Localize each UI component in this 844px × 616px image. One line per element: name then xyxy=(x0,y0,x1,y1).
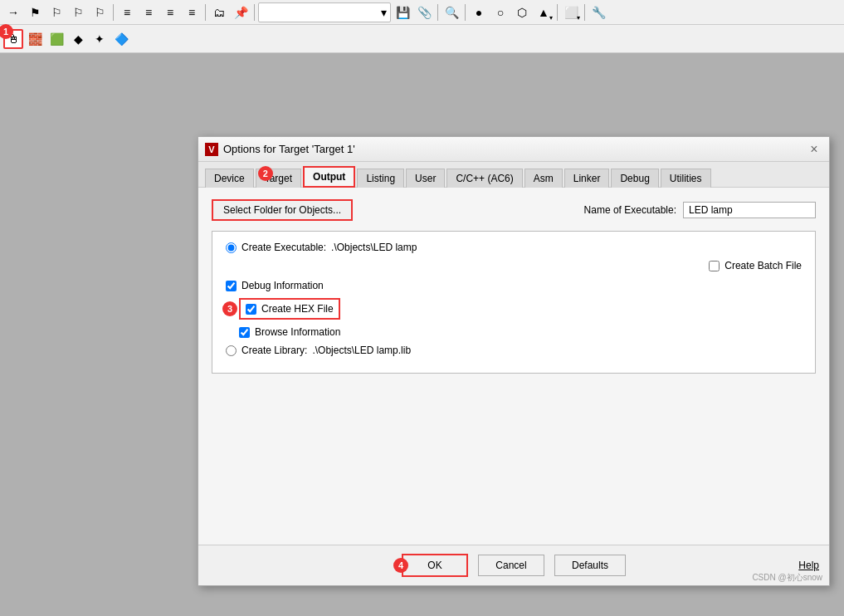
dialog-title-area: V Options for Target 'Target 1' xyxy=(205,143,355,156)
badge1-wrap: 1 🖱 xyxy=(3,29,23,49)
toolbar-hex-btn[interactable]: ⬡ xyxy=(512,2,532,22)
toolbar-save-btn[interactable]: 💾 xyxy=(393,2,412,22)
tab-target[interactable]: 2 Target xyxy=(256,169,301,188)
toolbar-circle1-btn[interactable]: ● xyxy=(469,2,489,22)
toolbar-flag3-btn[interactable]: ⚐ xyxy=(68,2,88,22)
browse-info-label: Browse Information xyxy=(255,326,340,338)
toolbar-secondary: 1 🖱 🧱 🟩 ◆ ✦ 🔷 xyxy=(0,25,844,53)
dropdown-arrow-icon: ▾ xyxy=(381,6,387,19)
create-executable-label: Create Executable: xyxy=(241,242,326,253)
hex-file-highlighted-box: Create HEX File xyxy=(239,298,340,320)
options-box: Create Executable: .\Objects\LED lamp Cr… xyxy=(212,231,816,374)
dialog: V Options for Target 'Target 1' × Device… xyxy=(198,136,830,586)
debug-info-label: Debug Information xyxy=(241,280,324,291)
dialog-title-text: Options for Target 'Target 1' xyxy=(223,143,355,155)
tab-linker[interactable]: Linker xyxy=(564,169,610,188)
toolbar-star-btn[interactable]: ✦ xyxy=(90,29,110,49)
create-library-label: Create Library: xyxy=(241,345,307,356)
tab-cpp[interactable]: C/C++ (AC6) xyxy=(446,169,522,188)
toolbar-sep7 xyxy=(584,4,585,21)
toolbar-list1-btn[interactable]: ≡ xyxy=(117,2,137,22)
dialog-close-button[interactable]: × xyxy=(806,141,822,158)
toolbar-grid-btn[interactable]: ⬜ ▾ xyxy=(561,2,581,22)
top-row: Select Folder for Objects... Name of Exe… xyxy=(212,199,816,221)
badge4-wrap: 4 OK xyxy=(402,554,468,577)
toolbar-sep2 xyxy=(205,4,206,21)
name-of-executable-input[interactable] xyxy=(683,202,816,218)
app-logo: V xyxy=(205,143,218,156)
dialog-footer: 4 OK Cancel Defaults Help xyxy=(198,545,829,585)
tabs-bar: Device 2 Target Output Listing User C/C+… xyxy=(198,162,829,188)
toolbar-triangle-btn[interactable]: ▲ ▾ xyxy=(534,2,554,22)
browse-info-checkbox[interactable] xyxy=(239,327,250,338)
tab-listing[interactable]: Listing xyxy=(357,169,404,188)
watermark: CSDN @初心snow xyxy=(752,572,822,584)
toolbar-diamond-btn[interactable]: ◆ xyxy=(68,29,88,49)
create-library-row: Create Library: .\Objects\LED lamp.lib xyxy=(226,345,802,356)
create-hex-row: 3 Create HEX File xyxy=(239,298,802,320)
create-batch-checkbox[interactable] xyxy=(709,261,720,271)
toolbar-sep6 xyxy=(557,4,558,21)
tab-user[interactable]: User xyxy=(406,169,445,188)
toolbar-flag2-btn[interactable]: ⚐ xyxy=(46,2,66,22)
toolbar-wrench-btn[interactable]: 🔧 xyxy=(588,2,608,22)
name-of-executable-label: Name of Executable: xyxy=(584,204,676,216)
create-executable-value: .\Objects\LED lamp xyxy=(331,242,417,253)
create-library-radio[interactable] xyxy=(226,345,237,356)
dialog-titlebar: V Options for Target 'Target 1' × xyxy=(198,137,829,162)
toolbar-flag4-btn[interactable]: ⚐ xyxy=(90,2,110,22)
create-hex-checkbox[interactable] xyxy=(246,304,256,315)
tab-utilities[interactable]: Utilities xyxy=(661,169,711,188)
badge-2: 2 xyxy=(258,166,273,181)
tab-asm[interactable]: Asm xyxy=(524,169,563,188)
toolbar-blue-btn[interactable]: 🔷 xyxy=(111,29,131,49)
toolbar-flag1-btn[interactable]: ⚑ xyxy=(25,2,45,22)
defaults-button[interactable]: Defaults xyxy=(554,555,626,576)
toolbar-circle2-btn[interactable]: ○ xyxy=(490,2,510,22)
create-batch-row: Create Batch File xyxy=(226,260,802,271)
debug-info-row: Debug Information xyxy=(226,280,802,291)
toolbar-top: → ⚑ ⚐ ⚐ ⚐ ≡ ≡ ≡ ≡ 🗂 📌 ▾ 💾 📎 🔍 ● ○ ⬡ ▲ ▾ … xyxy=(0,0,844,25)
toolbar-arrow-btn[interactable]: → xyxy=(3,2,23,22)
browse-info-row: Browse Information xyxy=(239,326,802,338)
toolbar-green-btn[interactable]: 🟩 xyxy=(46,29,66,49)
ok-button[interactable]: OK xyxy=(402,554,468,577)
create-executable-row: Create Executable: .\Objects\LED lamp xyxy=(226,242,802,253)
body-spacer xyxy=(212,384,816,533)
badge-3: 3 xyxy=(222,301,237,316)
badge-4: 4 xyxy=(393,558,408,573)
cancel-button[interactable]: Cancel xyxy=(478,555,544,576)
toolbar-pin-btn[interactable]: 📌 xyxy=(231,2,251,22)
toolbar-search-dropdown[interactable]: ▾ xyxy=(258,2,391,22)
help-button[interactable]: Help xyxy=(798,560,819,571)
main-area: V Options for Target 'Target 1' × Device… xyxy=(0,53,844,616)
badge2-wrap: 2 Target xyxy=(265,173,292,184)
toolbar-folder-btn[interactable]: 🗂 xyxy=(209,2,229,22)
dialog-body: Select Folder for Objects... Name of Exe… xyxy=(198,188,829,545)
select-folder-button[interactable]: Select Folder for Objects... xyxy=(212,199,353,221)
tab-debug[interactable]: Debug xyxy=(611,169,658,188)
toolbar-list4-btn[interactable]: ≡ xyxy=(182,2,202,22)
toolbar-sep3 xyxy=(254,4,255,21)
tab-device[interactable]: Device xyxy=(205,169,254,188)
tab-output[interactable]: Output xyxy=(303,166,355,188)
toolbar-list3-btn[interactable]: ≡ xyxy=(160,2,180,22)
create-batch-label: Create Batch File xyxy=(724,260,802,271)
toolbar-sep1 xyxy=(113,4,114,21)
toolbar-bookmark-btn[interactable]: 📎 xyxy=(414,2,434,22)
debug-info-checkbox[interactable] xyxy=(226,281,237,291)
toolbar-list2-btn[interactable]: ≡ xyxy=(139,2,159,22)
create-library-value: .\Objects\LED lamp.lib xyxy=(312,345,411,356)
badge-1: 1 xyxy=(0,24,13,39)
create-hex-label: Create HEX File xyxy=(261,303,334,315)
toolbar-sep5 xyxy=(465,4,466,21)
toolbar-sep4 xyxy=(437,4,438,21)
toolbar-zoom-btn[interactable]: 🔍 xyxy=(442,2,461,22)
create-executable-radio[interactable] xyxy=(226,242,237,253)
toolbar-block-btn[interactable]: 🧱 xyxy=(25,29,45,49)
